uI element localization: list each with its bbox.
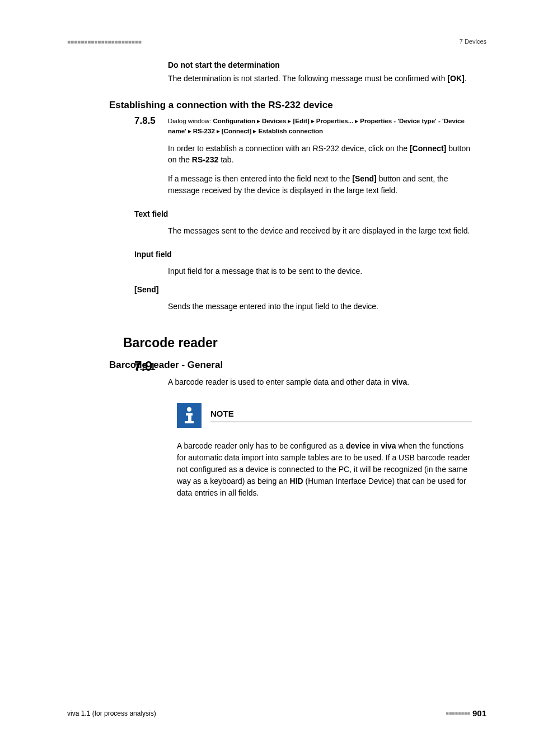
send-desc: Sends the message entered into the input… bbox=[168, 285, 481, 312]
note-t2: device bbox=[346, 441, 371, 450]
s791-pc: . bbox=[407, 377, 409, 386]
note-t1: A barcode reader only has to be configur… bbox=[177, 441, 346, 450]
intro-text-b: . bbox=[465, 74, 467, 83]
footer-dashes: ■■■■■■■■ bbox=[446, 711, 470, 716]
dialog-p3: [Edit] bbox=[293, 118, 309, 124]
page-header: ■■■■■■■■■■■■■■■■■■■■■■ 7 Devices bbox=[67, 38, 486, 45]
s791-para: A barcode reader is used to enter sample… bbox=[168, 376, 481, 388]
dialog-p2: Devices bbox=[262, 118, 286, 124]
arrow-icon: ▸ bbox=[288, 118, 291, 124]
section-number-785: 7.8.5 bbox=[134, 115, 156, 127]
dialog-p6: RS-232 bbox=[193, 128, 215, 134]
note-box: NOTE A barcode reader only has to be con… bbox=[168, 395, 481, 509]
text-field-label: Text field bbox=[134, 209, 168, 218]
page-footer: viva 1.1 (for process analysis) ■■■■■■■■… bbox=[67, 708, 486, 718]
info-icon bbox=[177, 403, 202, 428]
arrow-icon: ▸ bbox=[217, 128, 220, 134]
input-field-label: Input field bbox=[134, 250, 172, 259]
svg-rect-2 bbox=[188, 413, 191, 422]
section-title-785: Establishing a connection with the RS-23… bbox=[109, 100, 486, 111]
section-number-791: 7.9.1 bbox=[134, 362, 156, 373]
arrow-icon: ▸ bbox=[253, 128, 256, 134]
svg-rect-3 bbox=[185, 421, 194, 423]
dialog-p7: [Connect] bbox=[222, 128, 252, 134]
section-title-79: Barcode reader bbox=[123, 335, 486, 351]
page-number: 901 bbox=[472, 708, 486, 718]
s785-p1a: In order to establish a connection with … bbox=[168, 144, 410, 153]
text-field-desc: The messages sent to the device and rece… bbox=[168, 209, 481, 236]
s785-para2: If a message is then entered into the fi… bbox=[168, 173, 481, 196]
dialog-p8: Establish connection bbox=[258, 128, 323, 134]
section-title-791: Barcode reader - General bbox=[109, 360, 486, 371]
note-t6: HID bbox=[290, 477, 303, 486]
s785-para1: In order to establish a connection with … bbox=[168, 143, 481, 166]
s785-p1e: tab. bbox=[218, 155, 233, 164]
dialog-p1: Configuration bbox=[213, 118, 255, 124]
intro-heading: Do not start the determination bbox=[168, 60, 481, 69]
arrow-icon: ▸ bbox=[311, 118, 315, 124]
note-t4: viva bbox=[381, 441, 396, 450]
svg-point-0 bbox=[187, 407, 191, 412]
dialog-path: Dialog window: Configuration▸Devices▸[Ed… bbox=[168, 116, 481, 136]
intro-ok: [OK] bbox=[447, 74, 464, 83]
dialog-p4: Properties... bbox=[316, 118, 353, 124]
arrow-icon: ▸ bbox=[257, 118, 260, 124]
s785-p1d: RS-232 bbox=[192, 155, 218, 164]
header-chapter: 7 Devices bbox=[460, 38, 486, 45]
s785-p2a: If a message is then entered into the fi… bbox=[168, 174, 352, 183]
intro-text-a: The determination is not started. The fo… bbox=[168, 74, 447, 83]
send-label: [Send] bbox=[134, 285, 159, 294]
arrow-icon: ▸ bbox=[188, 128, 191, 134]
dialog-prefix: Dialog window: bbox=[168, 118, 213, 124]
s785-p1b: [Connect] bbox=[410, 144, 446, 153]
intro-text: The determination is not started. The fo… bbox=[168, 73, 481, 84]
note-t3: in bbox=[371, 441, 381, 450]
arrow-icon: ▸ bbox=[355, 118, 358, 124]
s791-pa: A barcode reader is used to enter sample… bbox=[168, 377, 392, 386]
s785-p2b: [Send] bbox=[352, 174, 377, 183]
header-left-pattern: ■■■■■■■■■■■■■■■■■■■■■■ bbox=[67, 39, 142, 45]
note-divider bbox=[210, 422, 472, 422]
input-field-desc: Input field for a message that is to be … bbox=[168, 250, 481, 277]
s791-pb: viva bbox=[392, 377, 407, 386]
note-text: A barcode reader only has to be configur… bbox=[177, 440, 472, 499]
note-title: NOTE bbox=[210, 409, 472, 421]
footer-left: viva 1.1 (for process analysis) bbox=[67, 710, 156, 717]
